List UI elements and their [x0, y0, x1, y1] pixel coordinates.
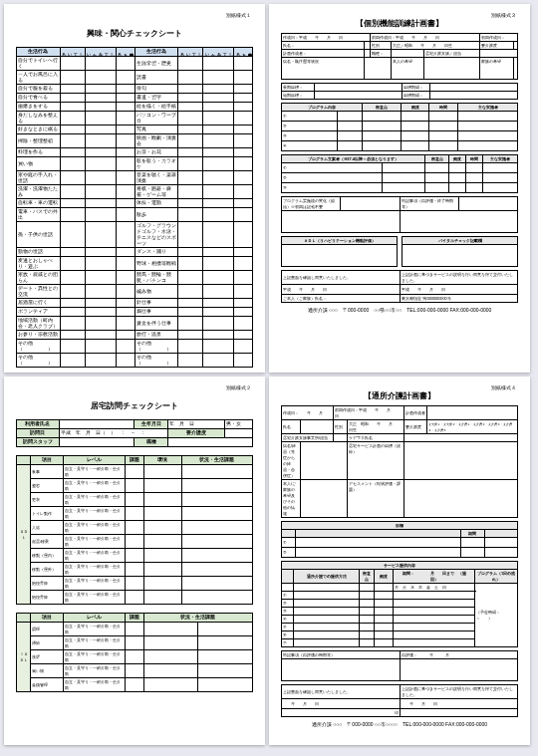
p3-job: 職種：	[370, 50, 391, 58]
level-cell: 自立・見守り・一部介助・全介助	[64, 636, 126, 650]
iadl-table: 項目 レベル 課題 状況・生活課題 ＩＡＤＬ調理自立・見守り・一部介助・全介助掃…	[16, 613, 253, 692]
act-cell: 歌を歌う・カラオケ	[134, 157, 178, 171]
p3-g4: 主な実施者	[458, 104, 518, 112]
p3-prev: 前回作成日：平成 年 月 日	[370, 34, 479, 42]
act-cell: 散歩	[134, 208, 178, 222]
act-cell: 書道・習字	[134, 94, 178, 103]
act-cell: お茶・お花	[134, 148, 178, 157]
p3-box-b: バイタルチェック記載欄	[403, 237, 518, 245]
col-want-r: してみたい	[203, 48, 234, 57]
p3-sec1: プログラム内容	[282, 104, 363, 112]
act-cell: その他（ ）	[17, 354, 61, 368]
p4-lvl: 要支援１・要支援２・要介護１・要介護２・要介護３・要介護４・要介護５	[427, 420, 518, 434]
col-interest-l: 興味がある	[116, 48, 134, 57]
p4-care: 要介護度	[404, 420, 427, 434]
p3-date: 作成日：平成 年 月 日	[282, 34, 371, 42]
p3-consent: 上記書面を確認し同意いたしました。 上記計画に基づきサービスの説明を行い同意を得…	[281, 270, 518, 303]
p3-g1: 留意点	[362, 104, 401, 112]
p4-cons-b: 上記計画に基づきサービスの説明を行い同意を得て交付いたしました。	[400, 685, 518, 699]
section-label: ＩＡＤＬ	[17, 623, 31, 692]
level-cell: 自立・見守り・一部介助・全介助	[64, 535, 126, 549]
p4-cmhome: 居宅介護支援事業所/担当	[282, 434, 334, 442]
p2-service: 要介護度	[167, 429, 224, 438]
p4-era: 大正 昭和 年 月 日生	[347, 420, 404, 434]
p3-box-a: ＡＤＬ（リハビリテーション機能評価）	[282, 237, 398, 245]
item-cell: 整容	[31, 479, 64, 493]
act-cell: 家や庭の手入れ・世話	[17, 171, 61, 185]
act-cell: 畑仕事	[134, 308, 178, 317]
col-doing-r: している	[178, 48, 203, 57]
p3-prog2: プログラム立案者（H27.4以降～必須となります） 留意点 頻度 時間 主な実施…	[281, 154, 518, 193]
p3-prog1: プログラム内容 留意点 頻度 時間 主な実施者 ① ② ③ ④	[281, 103, 518, 151]
p3-header: 作成日：平成 年 月 日 前回作成日：平成 年 月 日 初回作成日： 氏名： 性…	[281, 33, 518, 80]
item-cell: 金銭管理	[31, 678, 64, 692]
p3-per1: 目標期間：	[402, 84, 429, 92]
p4-cons-a: 上記書面を確認し同意いたしました。	[282, 685, 401, 699]
item-cell: 起居/移乗	[31, 535, 64, 549]
act-cell: 歯磨きをする	[17, 103, 61, 112]
p2-header: 利用者氏名 生年月日 年 月 日 男・女 訪問日 平成 年 月 日（ ） ： ～…	[16, 419, 253, 447]
p4-footer: 通所介護 ○○○ 〒000-0000 ○○市○○○○ TEL:000-000-0…	[281, 721, 518, 727]
p2-dob: 生年月日	[134, 420, 167, 429]
p3-short: 短期目標：	[282, 92, 315, 100]
level-cell: 自立・見守り・一部介助・全介助	[64, 549, 126, 563]
p3-footer: 通所介護 ○○○ 〒000-0000 ○○県○○市○○ TEL:000-000-…	[281, 307, 518, 313]
p3-first: 初回作成日：	[479, 34, 517, 42]
p3-goals: 長期目標：目標期間： 短期目標：目標期間：	[281, 83, 518, 100]
p4-name: 氏名	[282, 420, 301, 434]
act-cell: 自分でトイレへ行く	[17, 57, 61, 71]
act-cell: 自分で服を着る	[17, 85, 61, 94]
act-cell: 掃除・整理整頓	[17, 134, 61, 148]
p3-mgr: 計画作成者：	[282, 50, 365, 58]
level-cell: 自立・見守り・一部介助・全介助	[64, 678, 126, 692]
level-cell: 自立・見守り・一部介助・全介助	[64, 493, 126, 507]
level-cell: 自立・見守り・一部介助・全介助	[64, 623, 126, 636]
p2-role: 職種	[134, 438, 167, 447]
level-cell: 自立・見守り・一部介助・全介助	[64, 479, 126, 493]
p3-fam: 家族の希望	[479, 58, 513, 80]
p3-name: 氏名：	[282, 42, 365, 50]
act-cell: 一人でお風呂に入る	[17, 71, 61, 85]
act-cell: 自転車・車の運転	[17, 199, 61, 208]
col-activity-l: 生活行為	[17, 48, 61, 57]
p4-make: 計画作成者	[404, 406, 427, 420]
p3-plan: プログラム実施後の変化（総括）※初回は記載不要 特記事項（再評価・終了時期等）	[281, 196, 518, 233]
level-cell: 自立・見守り・一部介助・全介助	[64, 577, 126, 591]
p2-sex: 男・女	[224, 420, 252, 429]
col-st: 状況・生活課題	[181, 456, 252, 465]
p4-date: 作成日： 年 月	[282, 406, 334, 420]
section-label: ＡＤＬ	[17, 465, 31, 605]
p3-g2: 頻度	[401, 104, 429, 112]
page4-title: 【通所介護計画書】	[281, 390, 518, 401]
item-cell: 階段昇降	[31, 577, 64, 591]
item-cell: 更衣	[31, 493, 64, 507]
level-cell: 自立・見守り・一部介助・全介助	[64, 664, 126, 678]
p4-rev-a: 特記事項（再評価の時期等）	[282, 651, 401, 659]
act-cell: その他（ ）	[17, 340, 61, 354]
act-cell: 孫・子供の世話	[17, 222, 61, 248]
p4-first: 前回作成日：平成 年 月 日	[333, 406, 404, 420]
p3-cons-a: 上記書面を確認し同意いたしました。	[282, 271, 401, 285]
act-cell: 居酒屋に行く	[17, 299, 61, 308]
page3-title: 【個別機能訓練計画書】	[281, 18, 518, 29]
level-cell: 自立・見守り・一部介助・全介助	[64, 521, 126, 535]
item-cell: 移動（屋内）	[31, 549, 64, 563]
p3-sex: 性別	[370, 42, 391, 50]
act-cell: 地域活動（町内会・老人クラブ）	[17, 317, 61, 331]
p4-review: 特記事項（再評価の時期等） 再評価： 年 月	[281, 650, 518, 681]
p3-eval: 特記事項（再評価・終了時期等）	[400, 197, 458, 211]
p4-mgmo: アセスメント（現状評価・課題）	[347, 480, 404, 518]
p4-sex: 性別	[333, 420, 347, 434]
act-cell: 針仕事	[134, 299, 178, 308]
item-cell: 食事	[31, 465, 64, 479]
item-cell: 買い物	[31, 664, 64, 678]
page2-title: 居宅訪問チェックシート	[16, 400, 253, 411]
p4-rev-b: 再評価： 年 月	[400, 651, 518, 659]
p2-name: 利用者氏名	[17, 420, 60, 429]
col-activity-r: 生活行為	[134, 48, 178, 57]
page-3: 別紙様式３ 【個別機能訓練計画書】 作成日：平成 年 月 日 前回作成日：平成 …	[269, 4, 530, 373]
p4-hist: 病名/経過（発症からの経過・合併症）	[282, 442, 301, 480]
col-env: 環境	[143, 456, 181, 465]
p3-sign-by: ご本人（ご家族）氏名：	[282, 295, 401, 303]
p2-visit: 訪問日	[17, 429, 60, 438]
